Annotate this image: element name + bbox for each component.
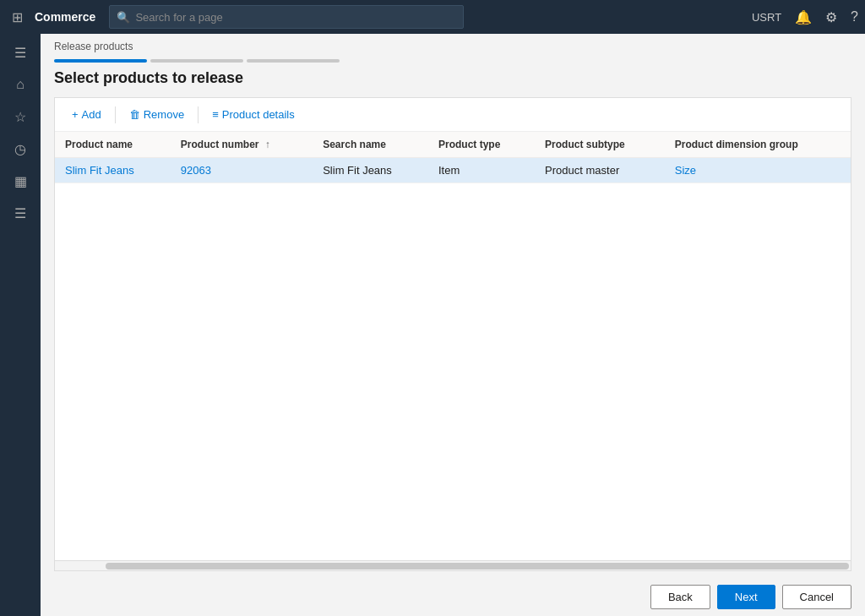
main-content: Release products Select products to rele… [41, 34, 865, 616]
top-nav: ⊞ Commerce 🔍 USRT 🔔 ⚙ ? [0, 0, 865, 34]
cancel-button[interactable]: Cancel [782, 585, 851, 609]
add-icon: + [72, 108, 79, 121]
col-product-type: Product type [428, 132, 535, 158]
add-button[interactable]: + Add [65, 105, 108, 124]
sort-arrow-icon: ↑ [265, 139, 270, 150]
cell-product-name[interactable]: Slim Fit Jeans [55, 158, 171, 183]
favorites-icon: ☆ [14, 109, 26, 125]
table-body: Slim Fit Jeans 92063 Slim Fit Jeans Item… [55, 158, 851, 183]
page-title: Select products to release [41, 69, 865, 97]
horizontal-scrollbar-area[interactable] [55, 560, 851, 570]
product-details-button[interactable]: ≡ Product details [205, 105, 302, 124]
progress-step-1 [54, 59, 147, 63]
notification-icon[interactable]: 🔔 [795, 9, 812, 25]
progress-bar-area [41, 56, 865, 69]
sidebar-item-favorites[interactable]: ☆ [3, 101, 37, 132]
col-product-subtype: Product subtype [535, 132, 665, 158]
user-label: USRT [752, 11, 781, 24]
cell-product-number[interactable]: 92063 [171, 158, 313, 183]
search-bar[interactable]: 🔍 [109, 5, 464, 29]
col-product-number[interactable]: Product number ↑ [171, 132, 313, 158]
home-icon: ⌂ [16, 77, 24, 92]
col-product-name: Product name [55, 132, 171, 158]
horizontal-scrollbar[interactable] [106, 563, 849, 570]
sidebar-item-recent[interactable]: ◷ [3, 134, 37, 164]
product-details-label: Product details [222, 108, 295, 121]
footer: Back Next Cancel [41, 578, 865, 616]
content-area: + Add 🗑 Remove ≡ Product details [54, 97, 851, 571]
layout: ☰ ⌂ ☆ ◷ ▦ ☰ Release products Select prod… [0, 34, 865, 616]
remove-label: Remove [144, 108, 184, 121]
search-icon: 🔍 [117, 11, 130, 24]
next-button[interactable]: Next [717, 585, 775, 609]
product-details-icon: ≡ [212, 108, 219, 121]
help-icon[interactable]: ? [851, 9, 858, 25]
menu-icon: ☰ [14, 45, 26, 61]
table-row[interactable]: Slim Fit Jeans 92063 Slim Fit Jeans Item… [55, 158, 851, 183]
remove-icon: 🗑 [129, 108, 140, 121]
cell-product-type: Item [428, 158, 535, 183]
app-title: Commerce [35, 10, 95, 24]
table-toolbar: + Add 🗑 Remove ≡ Product details [55, 98, 851, 132]
recent-icon: ◷ [14, 141, 26, 157]
data-table: Product name Product number ↑ Search nam… [55, 132, 851, 560]
sidebar: ☰ ⌂ ☆ ◷ ▦ ☰ [0, 34, 41, 616]
progress-step-2 [150, 59, 243, 63]
cell-product-dimension-group[interactable]: Size [665, 158, 851, 183]
col-search-name: Search name [313, 132, 428, 158]
products-table: Product name Product number ↑ Search nam… [55, 132, 851, 183]
add-label: Add [82, 108, 101, 121]
sidebar-item-home[interactable]: ⌂ [3, 69, 37, 100]
modules-icon: ▦ [14, 173, 27, 189]
top-nav-right: USRT 🔔 ⚙ ? [752, 9, 858, 25]
remove-button[interactable]: 🗑 Remove [122, 105, 191, 124]
sidebar-item-menu[interactable]: ☰ [3, 37, 37, 68]
app-grid-icon[interactable]: ⊞ [7, 6, 28, 29]
search-input[interactable] [135, 11, 456, 24]
col-product-dimension-group: Product dimension group [665, 132, 851, 158]
toolbar-separator-1 [115, 106, 116, 123]
cell-product-subtype: Product master [535, 158, 665, 183]
sidebar-item-list[interactable]: ☰ [3, 198, 37, 228]
table-header: Product name Product number ↑ Search nam… [55, 132, 851, 158]
sidebar-item-modules[interactable]: ▦ [3, 166, 37, 196]
toolbar-separator-2 [198, 106, 199, 123]
list-icon: ☰ [14, 205, 26, 221]
settings-icon[interactable]: ⚙ [825, 9, 837, 25]
cell-search-name: Slim Fit Jeans [313, 158, 428, 183]
progress-step-3 [247, 59, 340, 63]
breadcrumb: Release products [41, 34, 865, 56]
back-button[interactable]: Back [650, 585, 710, 609]
